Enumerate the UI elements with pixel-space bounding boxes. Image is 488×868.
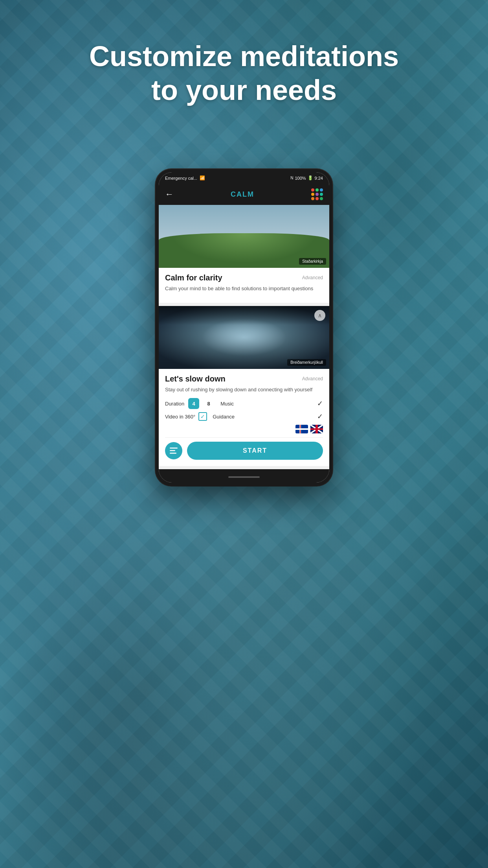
dot-2: [316, 188, 319, 192]
back-button[interactable]: ←: [165, 189, 174, 199]
card-1-image: Staðarkirkja: [159, 205, 329, 268]
flag-is-red-horizontal: [295, 429, 308, 429]
svg-rect-2: [170, 453, 176, 454]
start-button[interactable]: START: [187, 442, 323, 460]
card-2-location: Breiðamerkurjökull: [287, 359, 326, 366]
card-2-content: Let's slow down Advanced Stay out of rus…: [159, 369, 329, 466]
guidance-label: Guidance: [213, 414, 235, 420]
card-2-image: ∧ Breiðamerkurjökull: [159, 306, 329, 369]
home-bar: [228, 476, 260, 478]
card-2-level: Advanced: [302, 376, 323, 381]
time-label: 9:24: [315, 176, 323, 181]
dots-icon[interactable]: [311, 188, 323, 200]
dot-9: [320, 197, 323, 200]
video360-label: Video in 360°: [165, 414, 195, 420]
card-1-content: Calm for clarity Advanced Calm your mind…: [159, 268, 329, 303]
dot-8: [316, 197, 319, 200]
video360-row: Video in 360° ✓ Guidance ✓: [165, 412, 323, 421]
svg-rect-1: [170, 450, 175, 452]
card-2-title: Let's slow down: [165, 374, 226, 383]
dot-1: [311, 188, 314, 192]
status-bar: Emergency cal... 📶 N 100% 🔋 9:24: [159, 172, 329, 184]
card-2-header-row: Let's slow down Advanced: [165, 374, 323, 383]
heading-line1: Customize meditations: [24, 39, 464, 73]
video360-checkbox[interactable]: ✓: [198, 412, 207, 421]
chevron-up-icon[interactable]: ∧: [314, 310, 325, 321]
card-1-description: Calm your mind to be able to find soluti…: [165, 285, 323, 293]
hero-heading: Customize meditations to your needs: [0, 39, 488, 107]
duration-8-button[interactable]: 8: [203, 398, 214, 409]
menu-button[interactable]: [165, 442, 182, 459]
battery-icon: 🔋: [308, 175, 313, 181]
dot-5: [316, 193, 319, 196]
card-lets-slow-down[interactable]: ∧ Breiðamerkurjökull Let's slow down Adv…: [159, 306, 329, 466]
card-1-location: Staðarkirkja: [299, 258, 326, 265]
iceland-flag[interactable]: [295, 425, 308, 433]
status-right: N 100% 🔋 9:24: [290, 175, 323, 181]
app-header: ← CALM: [159, 184, 329, 205]
battery-label: 100%: [295, 176, 306, 181]
duration-4-button[interactable]: 4: [188, 398, 199, 409]
dot-7: [311, 197, 314, 200]
music-check-icon: ✓: [317, 399, 323, 408]
uk-flag[interactable]: [310, 425, 323, 433]
card-2-description: Stay out of rushing by slowing down and …: [165, 386, 323, 394]
dot-4: [311, 193, 314, 196]
dot-6: [320, 193, 323, 196]
card-1-level: Advanced: [302, 275, 323, 280]
card-1-header-row: Calm for clarity Advanced: [165, 273, 323, 282]
menu-icon: [170, 448, 178, 454]
emergency-call-label: Emergency cal...: [165, 176, 197, 181]
status-left: Emergency cal... 📶: [165, 175, 205, 181]
sim-icon: 📶: [200, 175, 205, 181]
flag-is-red-vertical: [300, 425, 301, 433]
heading-line2: to your needs: [24, 73, 464, 107]
home-indicator: [159, 469, 329, 483]
flag-row: [165, 425, 323, 433]
card-1-title: Calm for clarity: [165, 273, 222, 282]
dot-3: [320, 188, 323, 192]
scroll-area: Staðarkirkja Calm for clarity Advanced C…: [159, 205, 329, 469]
duration-row: Duration 4 8 Music ✓: [165, 398, 323, 409]
app-title: CALM: [231, 190, 254, 199]
card-calm-for-clarity[interactable]: Staðarkirkja Calm for clarity Advanced C…: [159, 205, 329, 303]
music-label: Music: [220, 401, 234, 407]
action-row: START: [165, 438, 323, 461]
phone-inner: Emergency cal... 📶 N 100% 🔋 9:24 ← CALM: [159, 172, 329, 483]
duration-label: Duration: [165, 401, 184, 407]
guidance-check-icon: ✓: [317, 412, 323, 421]
phone-frame: Emergency cal... 📶 N 100% 🔋 9:24 ← CALM: [156, 169, 332, 486]
nfc-icon: N: [290, 176, 293, 180]
svg-rect-0: [170, 448, 178, 449]
